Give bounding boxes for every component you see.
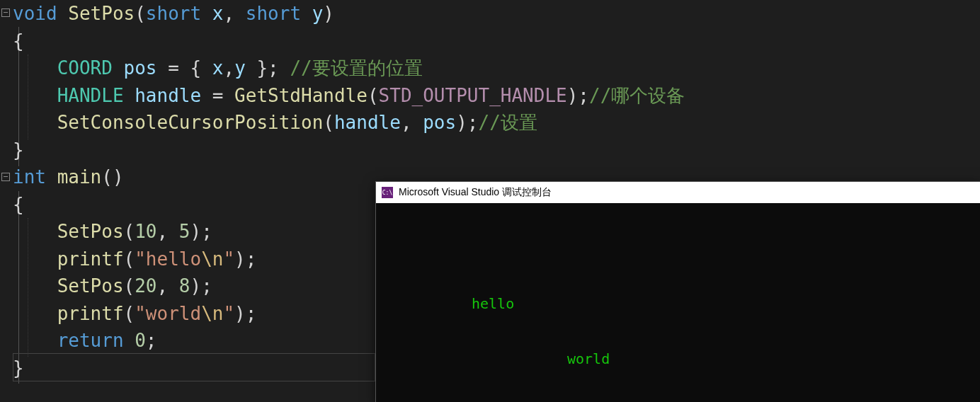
editor-gutter [0,0,13,402]
vs-console-icon: C:\ [382,187,393,198]
console-output-line: hello [472,295,514,312]
debug-console-window[interactable]: C:\ Microsoft Visual Studio 调试控制台 hellow… [375,181,980,402]
console-title: Microsoft Visual Studio 调试控制台 [399,186,552,199]
console-output-area[interactable]: helloworld [376,203,980,402]
fold-minus-icon[interactable] [1,8,10,17]
console-titlebar[interactable]: C:\ Microsoft Visual Studio 调试控制台 [376,182,980,203]
console-output-line: world [567,350,610,367]
fold-minus-icon[interactable] [1,173,10,181]
